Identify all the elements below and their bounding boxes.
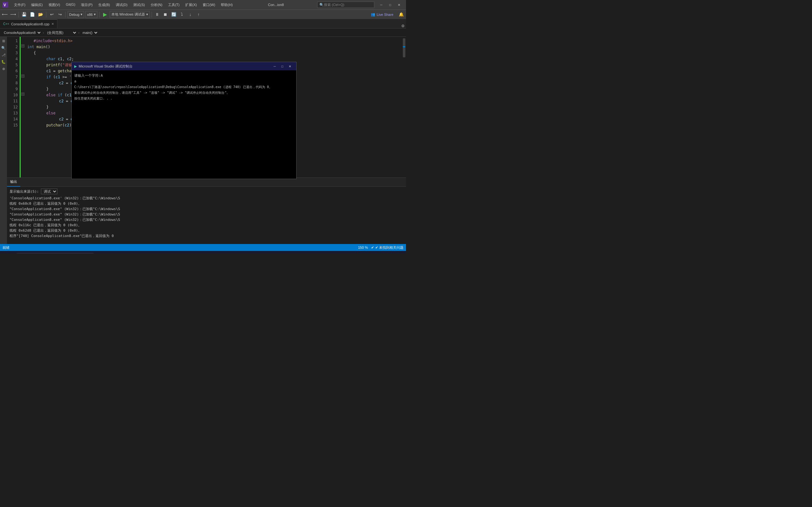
notifications-button[interactable]: 🔔 bbox=[398, 11, 405, 18]
console-window: ▶ Microsoft Visual Studio 调试控制台 ─ □ ✕ 请输… bbox=[71, 62, 297, 179]
gutter-line-6 bbox=[20, 67, 26, 73]
status-bar: 就绪 150 % ✔ ✔ 未找到相关问题 bbox=[0, 244, 406, 251]
menu-analyze[interactable]: 分析(N) bbox=[149, 2, 164, 8]
redo-button[interactable]: ↪ bbox=[56, 11, 63, 18]
gutter-line-7: ─ bbox=[20, 73, 26, 79]
scrollbar-thumb[interactable] bbox=[403, 38, 405, 57]
restart-button[interactable]: 🔄 bbox=[170, 11, 177, 18]
breadcrumb-sep-1: › bbox=[43, 31, 44, 35]
collapse-btn-7[interactable]: ─ bbox=[21, 74, 24, 78]
taskbar-terminal-app[interactable]: C:\ bbox=[136, 251, 148, 253]
console-minimize-button[interactable]: ─ bbox=[271, 63, 278, 69]
console-maximize-button[interactable]: □ bbox=[278, 63, 286, 69]
activity-git-icon[interactable]: ⎇ bbox=[1, 52, 6, 58]
scroll-position-indicator bbox=[403, 46, 405, 47]
menu-file[interactable]: 文件(F) bbox=[12, 2, 27, 8]
stop-button[interactable]: ⏹ bbox=[162, 11, 169, 18]
editor-tab-cpp[interactable]: C++ ConsoleApplication8.cpp ✕ bbox=[0, 19, 57, 28]
taskbar-vscode-app[interactable]: VS bbox=[124, 251, 136, 253]
pause-button[interactable]: ⏸ bbox=[154, 11, 161, 18]
code-line-3: { bbox=[26, 50, 402, 56]
output-source-select[interactable]: 调试 bbox=[41, 188, 57, 194]
open-button[interactable]: 📂 bbox=[37, 11, 44, 18]
taskbar-explorer-app[interactable]: 🗂️ bbox=[100, 251, 112, 253]
menu-edit[interactable]: 编辑(E) bbox=[29, 2, 45, 8]
console-vs-icon: ▶ bbox=[74, 64, 77, 68]
taskbar-vs-app[interactable]: V bbox=[112, 251, 124, 253]
menu-test[interactable]: 测试(S) bbox=[131, 2, 147, 8]
collapse-btn-10[interactable]: ─ bbox=[21, 93, 24, 96]
activity-debug-icon[interactable]: 🐛 bbox=[1, 59, 6, 65]
stepout-button[interactable]: ↑ bbox=[195, 11, 202, 18]
console-line-4: 要在调试停止时自动关闭控制台，请启用"工具" -> "选项" -> "调试" -… bbox=[74, 90, 294, 96]
menu-help[interactable]: 帮助(H) bbox=[219, 2, 235, 8]
menu-tools[interactable]: 工具(T) bbox=[166, 2, 182, 8]
menu-project[interactable]: 项目(P) bbox=[79, 2, 95, 8]
breadcrumb-sep-2: › bbox=[78, 31, 80, 35]
cpp-file-icon: C++ bbox=[3, 22, 9, 26]
panel-content: 显示输出来源(S): 调试 'ConsoleApplication8.exe' … bbox=[7, 187, 406, 244]
tab-close-button[interactable]: ✕ bbox=[51, 22, 54, 26]
title-search-box[interactable]: 🔍 搜索 (Ctrl+Q) bbox=[317, 2, 374, 8]
panel-tab-output[interactable]: 输出 bbox=[7, 178, 20, 187]
debug-config-dropdown[interactable]: Debug ▾ bbox=[67, 11, 84, 18]
activity-explorer-icon[interactable]: ⊞ bbox=[1, 38, 6, 44]
console-title-bar: ▶ Microsoft Visual Studio 调试控制台 ─ □ ✕ bbox=[72, 62, 296, 70]
forward-button[interactable]: ⟶ bbox=[9, 11, 16, 18]
menu-bar: 文件(F) 编辑(E) 视图(V) Git(G) 项目(P) 生成(B) 调试(… bbox=[12, 2, 235, 8]
taskbar-right: ∧ 🌐 🔊 🔋 51% ⌨ 英 16°C 晴朗 17:23 2021/11/12… bbox=[330, 253, 405, 253]
close-button[interactable]: ✕ bbox=[395, 2, 403, 8]
bottom-panel: 输出 显示输出来源(S): 调试 'ConsoleApplication8.ex… bbox=[7, 177, 406, 244]
gutter-line-9 bbox=[20, 85, 26, 91]
menu-debug[interactable]: 调试(D) bbox=[114, 2, 130, 8]
member-select[interactable]: main() bbox=[81, 30, 98, 36]
activity-extensions-icon[interactable]: ⊕ bbox=[1, 66, 6, 72]
run-debug-button[interactable]: ▶ bbox=[101, 11, 108, 18]
start-button[interactable]: ⊞ bbox=[1, 251, 13, 253]
toolbar-sep-2 bbox=[46, 12, 46, 17]
platform-label: x86 bbox=[87, 13, 93, 16]
taskbar-search[interactable]: 🔍 在这里输入你要搜索的内容 bbox=[14, 253, 96, 253]
code-line-4: char c1, c2; bbox=[26, 56, 402, 62]
tab-bar-icons: ⚙ bbox=[401, 24, 406, 28]
title-bar: V 文件(F) 编辑(E) 视图(V) Git(G) 项目(P) 生成(B) 调… bbox=[0, 0, 406, 9]
live-share-button[interactable]: 👥 Live Share bbox=[369, 12, 395, 16]
output-line-5: "ConsoleApplication8.exe" (Win32)：已加载"C:… bbox=[9, 217, 403, 222]
save-button[interactable]: 💾 bbox=[20, 11, 28, 18]
maximize-button[interactable]: □ bbox=[386, 2, 395, 8]
title-bar-right: 🔍 搜索 (Ctrl+Q) ─ □ ✕ bbox=[317, 2, 403, 8]
menu-build[interactable]: 生成(B) bbox=[96, 2, 112, 8]
console-close-button[interactable]: ✕ bbox=[286, 63, 294, 69]
debugger-label: 本地 Windows 调试器 bbox=[111, 12, 145, 17]
search-placeholder: 搜索 (Ctrl+Q) bbox=[324, 3, 344, 7]
vs-logo-icon: V bbox=[3, 2, 8, 8]
menu-view[interactable]: 视图(V) bbox=[47, 2, 62, 8]
debugger-dropdown[interactable]: 本地 Windows 调试器 ▾ bbox=[110, 11, 150, 18]
menu-window[interactable]: 窗口(W) bbox=[201, 2, 217, 8]
collapse-btn-2[interactable]: ─ bbox=[21, 44, 24, 48]
output-line-2: 线程 0x60c0 已退出，返回值为 0 (0x0)。 bbox=[9, 201, 403, 206]
tab-bar: C++ ConsoleApplication8.cpp ✕ ⚙ bbox=[0, 19, 406, 29]
console-line-2: a bbox=[74, 78, 294, 84]
search-icon: 🔍 bbox=[319, 3, 324, 7]
project-select[interactable]: ConsoleApplication8 bbox=[2, 30, 42, 36]
chevron-down-icon: ▾ bbox=[81, 12, 83, 16]
time-block[interactable]: 17:23 2021/11/12 bbox=[384, 253, 400, 253]
platform-dropdown[interactable]: x86 ▾ bbox=[85, 11, 97, 18]
scope-select[interactable]: (全局范围) bbox=[45, 30, 77, 36]
stepover-button[interactable]: ⤵ bbox=[179, 11, 186, 18]
back-button[interactable]: ⟵ bbox=[1, 11, 8, 18]
stepinto-button[interactable]: ↓ bbox=[187, 11, 194, 18]
output-line-6: 线程 0x116c 已退出，返回值为 0 (0x0)。 bbox=[9, 222, 403, 228]
live-share-icon: 👥 bbox=[371, 12, 375, 16]
zoom-level[interactable]: 150 % bbox=[358, 245, 368, 249]
activity-search-icon[interactable]: 🔍 bbox=[1, 45, 6, 51]
vertical-scrollbar[interactable] bbox=[402, 37, 406, 177]
new-file-button[interactable]: 📄 bbox=[29, 11, 36, 18]
new-tab-icon[interactable]: ⚙ bbox=[401, 24, 405, 28]
output-line-1: 'ConsoleApplication8.exe' (Win32)：已加载"C:… bbox=[9, 195, 403, 201]
undo-button[interactable]: ↩ bbox=[48, 11, 55, 18]
minimize-button[interactable]: ─ bbox=[377, 2, 386, 8]
menu-extensions[interactable]: 扩展(X) bbox=[183, 2, 199, 8]
menu-git[interactable]: Git(G) bbox=[64, 2, 77, 8]
